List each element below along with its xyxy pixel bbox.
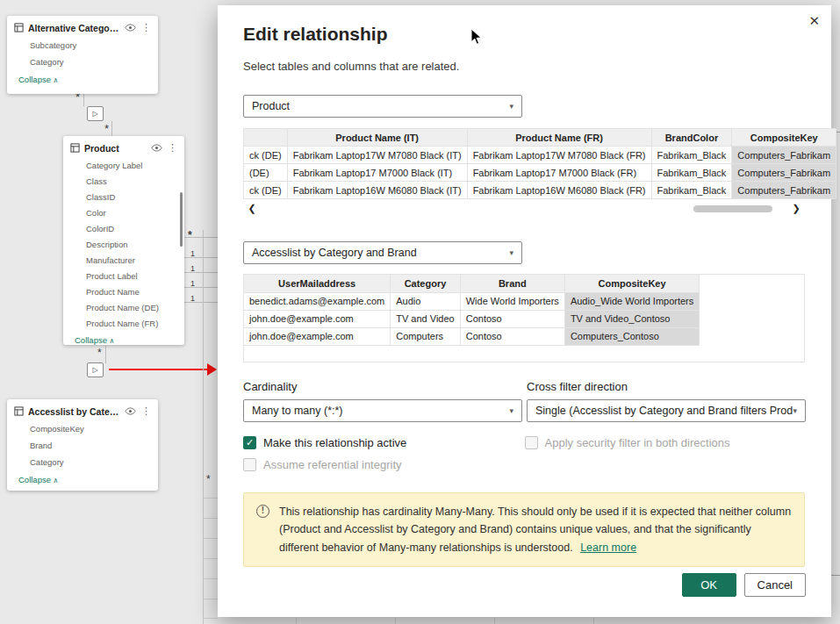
table-cell[interactable]: Fabrikam_Black xyxy=(651,164,732,182)
field-item[interactable]: ColorID xyxy=(63,220,184,236)
table-cell[interactable]: Fabrikam Laptop17W M7080 Black (FR) xyxy=(467,147,651,164)
background-grid-line xyxy=(395,618,396,624)
learn-more-link[interactable]: Learn more xyxy=(580,542,636,554)
scroll-right-icon[interactable]: ❯ xyxy=(787,203,805,214)
field-item[interactable]: Color xyxy=(63,204,184,220)
make-active-label: Make this relationship active xyxy=(263,436,406,449)
eye-icon[interactable] xyxy=(151,144,162,152)
table-cell[interactable]: benedict.adams@example.com xyxy=(244,292,391,310)
field-item[interactable]: Product Name xyxy=(63,283,184,299)
close-icon[interactable]: ✕ xyxy=(808,13,820,29)
eye-icon[interactable] xyxy=(125,407,136,415)
column-header[interactable]: Product Name (IT) xyxy=(287,129,467,147)
field-item[interactable]: Product Name (DE) xyxy=(63,299,184,315)
collapse-chevron-icon: ∧ xyxy=(110,337,115,345)
collapse-link[interactable]: Collapse ∧ xyxy=(7,470,158,491)
table-cell[interactable]: Fabrikam Laptop16W M6080 Black (IT) xyxy=(287,182,467,199)
table-cell[interactable]: Fabrikam_Black xyxy=(651,182,732,199)
entity-card-header[interactable]: Accesslist by Categor... ⋮ xyxy=(7,399,158,420)
table-cell[interactable]: john.doe@example.com xyxy=(244,327,391,345)
table-cell[interactable]: ck (DE) xyxy=(244,147,288,164)
eye-icon[interactable] xyxy=(125,24,136,32)
make-active-checkbox[interactable]: ✓ Make this relationship active xyxy=(243,436,525,449)
chevron-down-icon: ▾ xyxy=(793,406,797,415)
checkbox-unchecked-icon xyxy=(243,458,256,471)
table-cell[interactable]: Audio xyxy=(391,292,460,310)
ok-button[interactable]: OK xyxy=(682,573,736,597)
field-item[interactable]: Manufacturer xyxy=(63,252,184,268)
checkbox-unchecked-icon xyxy=(525,436,538,449)
table-cell-selected[interactable]: Audio_Wide World Importers xyxy=(564,292,699,310)
column-header[interactable]: Product Name (FR) xyxy=(467,129,651,147)
background-table-edge-line xyxy=(203,230,204,624)
table-cell[interactable]: Fabrikam_Black xyxy=(651,147,732,164)
column-header[interactable]: Brand xyxy=(460,275,564,292)
scrollbar-track[interactable] xyxy=(261,204,787,213)
entity-card-accesslist[interactable]: Accesslist by Categor... ⋮ CompositeKey … xyxy=(7,399,158,491)
table-cell-selected[interactable]: Computers_Fabrikam xyxy=(732,147,836,164)
table-cell[interactable]: Fabrikam Laptop17 M7000 Black (IT) xyxy=(287,164,467,182)
warning-banner: ! This relationship has cardinality Many… xyxy=(243,492,805,567)
cancel-button[interactable]: Cancel xyxy=(744,573,806,597)
cardinality-select[interactable]: Many to many (*:*) ▾ xyxy=(243,399,522,422)
collapse-link[interactable]: Collapse ∧ xyxy=(63,331,184,351)
security-filter-label: Apply security filter in both directions xyxy=(545,436,730,449)
table2-select[interactable]: Accesslist by Category and Brand ▾ xyxy=(243,241,522,264)
entity-card-header[interactable]: Product ⋮ xyxy=(63,136,184,157)
annotation-arrow-head xyxy=(207,363,217,376)
table1-select[interactable]: Product ▾ xyxy=(243,95,522,118)
field-item[interactable]: Category xyxy=(7,454,158,470)
table-cell[interactable]: john.doe@example.com xyxy=(244,310,391,327)
column-header[interactable]: BrandColor xyxy=(651,129,732,147)
relationship-connector-icon[interactable]: ▷ xyxy=(87,106,104,121)
column-header[interactable]: UserMailaddress xyxy=(244,275,391,292)
table-cell[interactable]: Wide World Importers xyxy=(460,292,564,310)
field-item[interactable]: Product Label xyxy=(63,268,184,283)
card-scrollbar[interactable] xyxy=(180,192,183,247)
field-item[interactable]: Product Name (FR) xyxy=(63,315,184,331)
table-cell[interactable]: TV and Video xyxy=(391,310,460,327)
column-header[interactable]: Category xyxy=(391,275,460,292)
cardinality-one-marker: 1 xyxy=(190,280,195,288)
table-cell[interactable]: (DE) xyxy=(244,164,288,182)
relationship-connector-icon[interactable]: ▷ xyxy=(87,362,104,377)
entity-card-product[interactable]: Product ⋮ Category Label Class ClassID C… xyxy=(63,136,184,345)
table-cell[interactable]: ck (DE) xyxy=(244,182,288,199)
field-item[interactable]: Category xyxy=(7,54,158,70)
field-item[interactable]: Description xyxy=(63,236,184,252)
more-options-icon[interactable]: ⋮ xyxy=(167,142,178,154)
table-cell[interactable]: Fabrikam Laptop17 M7000 Black (FR) xyxy=(467,164,651,182)
scroll-left-icon[interactable]: ❮ xyxy=(243,203,261,214)
entity-card-header[interactable]: Alternative Categories ⋮ xyxy=(7,16,158,37)
background-grid-line xyxy=(203,498,218,498)
field-item[interactable]: Class xyxy=(63,173,184,189)
collapse-link[interactable]: Collapse ∧ xyxy=(7,70,158,90)
table-row: ck (DE) Fabrikam Laptop17W M7080 Black (… xyxy=(244,147,836,164)
entity-card-title: Product xyxy=(84,143,147,154)
more-options-icon[interactable]: ⋮ xyxy=(140,405,152,417)
table-cell-selected[interactable]: TV and Video_Contoso xyxy=(564,310,699,327)
column-header[interactable] xyxy=(244,129,288,147)
table-cell[interactable]: Contoso xyxy=(460,310,564,327)
more-options-icon[interactable]: ⋮ xyxy=(140,22,152,33)
warning-text-block: This relationship has cardinality Many-M… xyxy=(279,503,792,556)
field-item[interactable]: Subcategory xyxy=(7,37,158,54)
field-item[interactable]: ClassID xyxy=(63,189,184,204)
field-item[interactable]: Category Label xyxy=(63,157,184,173)
table-cell-selected[interactable]: Computers_Fabrikam xyxy=(732,164,836,182)
column-header[interactable]: CompositeKey xyxy=(564,275,699,292)
table-cell-selected[interactable]: Computers_Contoso xyxy=(564,327,699,345)
entity-card-alternative-categories[interactable]: Alternative Categories ⋮ Subcategory Cat… xyxy=(7,16,158,94)
table-cell[interactable]: Contoso xyxy=(460,327,564,345)
field-item[interactable]: CompositeKey xyxy=(7,420,158,437)
collapse-label: Collapse xyxy=(18,75,51,84)
field-item[interactable]: Brand xyxy=(7,437,158,454)
table1-horizontal-scrollbar[interactable]: ❮ ❯ xyxy=(243,202,805,215)
cross-filter-select[interactable]: Single (Accesslist by Category and Brand… xyxy=(527,399,806,422)
column-header[interactable]: CompositeKey xyxy=(732,129,836,147)
scrollbar-thumb[interactable] xyxy=(693,205,772,212)
table-cell-selected[interactable]: Computers_Fabrikam xyxy=(732,182,836,199)
table-cell[interactable]: Fabrikam Laptop17W M7080 Black (IT) xyxy=(287,147,467,164)
table-cell[interactable]: Fabrikam Laptop16W M6080 Black (FR) xyxy=(467,182,651,199)
table-cell[interactable]: Computers xyxy=(391,327,460,345)
